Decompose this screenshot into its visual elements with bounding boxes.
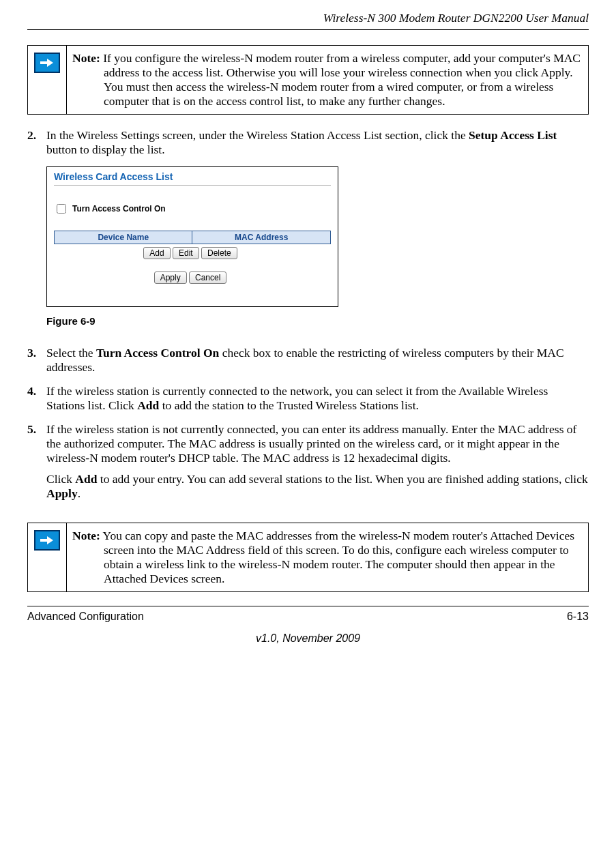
note-box-2: Note: You can copy and paste the MAC add…	[27, 523, 589, 592]
apply-button[interactable]: Apply	[154, 272, 187, 284]
step-4-body: If the wireless station is currently con…	[46, 384, 589, 413]
step-4-text-b: to add the station to the Trusted Wirele…	[159, 398, 419, 412]
col-device-name: Device Name	[55, 231, 192, 244]
step-number-2: 2.	[27, 128, 46, 157]
step-number-4: 4.	[27, 384, 46, 413]
step-5-p2-bold1: Add	[75, 472, 97, 486]
footer-left: Advanced Configuration	[27, 611, 144, 623]
edit-button[interactable]: Edit	[173, 247, 199, 259]
access-list-table: Device Name MAC Address	[54, 231, 331, 244]
footer-right: 6-13	[567, 611, 589, 623]
footer-row: Advanced Configuration 6-13	[27, 611, 589, 623]
delete-button[interactable]: Delete	[201, 247, 237, 259]
note-body-text-2: You can copy and paste the MAC addresses…	[103, 529, 574, 585]
step-2-text-a: In the Wireless Settings screen, under t…	[46, 128, 469, 142]
step-number-5: 5.	[27, 422, 46, 508]
step-2-bold: Setup Access List	[469, 128, 557, 142]
step-4-bold: Add	[137, 398, 159, 412]
figure-hr	[54, 185, 331, 186]
note-label-2: Note:	[72, 529, 100, 542]
footer-center: v1.0, November 2009	[27, 632, 589, 645]
note-box-1: Note: If you configure the wireless-N mo…	[27, 45, 589, 115]
step-number-3: 3.	[27, 346, 46, 375]
footer-rule	[27, 606, 589, 606]
step-2-text-b: button to display the list.	[46, 143, 165, 156]
note-text-2: Note: You can copy and paste the MAC add…	[67, 523, 588, 591]
figure-wrap: Wireless Card Access List Turn Access Co…	[46, 166, 589, 307]
cancel-button[interactable]: Cancel	[189, 272, 226, 284]
step-5-p2-a: Click	[46, 472, 75, 486]
note-icon-cell-2	[28, 523, 67, 591]
add-button[interactable]: Add	[143, 247, 170, 259]
checkbox-label: Turn Access Control On	[72, 204, 166, 214]
step-3-body: Select the Turn Access Control On check …	[46, 346, 589, 375]
step-3-text-a: Select the	[46, 346, 96, 360]
arrow-right-icon	[34, 530, 60, 551]
figure-caption: Figure 6-9	[46, 315, 589, 327]
figure-title: Wireless Card Access List	[54, 171, 331, 182]
header-rule	[27, 29, 589, 30]
step-2-body: In the Wireless Settings screen, under t…	[46, 128, 589, 157]
figure-panel: Wireless Card Access List Turn Access Co…	[46, 166, 338, 307]
note-icon-cell	[28, 46, 67, 114]
turn-access-control-checkbox[interactable]	[57, 204, 66, 214]
header-title: Wireless-N 300 Modem Router DGN2200 User…	[27, 11, 589, 25]
step-3-bold: Turn Access Control On	[96, 346, 219, 360]
step-5-p2-b: to add your entry. You can add several s…	[97, 472, 587, 486]
arrow-right-icon	[34, 53, 60, 73]
note-body-text: If you configure the wireless-N modem ro…	[103, 51, 581, 108]
step-5-body: If the wireless station is not currently…	[46, 422, 589, 508]
step-5-para-1: If the wireless station is not currently…	[46, 422, 589, 465]
col-mac-address: MAC Address	[192, 231, 331, 244]
step-5-p2-c: .	[78, 486, 80, 500]
note-text: Note: If you configure the wireless-N mo…	[67, 46, 588, 114]
step-5-p2-bold2: Apply	[46, 486, 78, 500]
note-label: Note:	[72, 51, 100, 65]
